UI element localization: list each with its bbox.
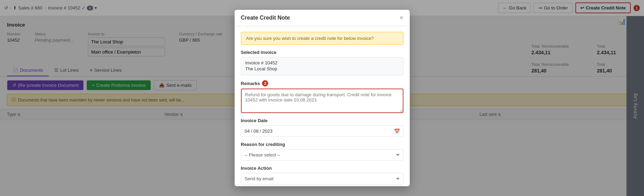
invoice-date-input[interactable] — [241, 125, 403, 137]
reason-section: Reason for crediting -- Please select --… — [241, 142, 403, 161]
invoice-action-select[interactable]: Send by email Mark as sent None — [241, 173, 403, 184]
date-input-wrap: 📅 — [241, 125, 403, 137]
modal-title: Create Credit Note — [241, 15, 290, 21]
invoice-date-section: Invoice Date 📅 — [241, 118, 403, 137]
modal-overlay: Create Credit Note × Are you sure you wi… — [0, 0, 644, 196]
alert-warning: Are you sure you wish to create a credit… — [241, 32, 403, 45]
remarks-section: Remarks 2 — [241, 80, 403, 113]
modal-close-button[interactable]: × — [400, 15, 403, 21]
remarks-label: Remarks 2 — [241, 80, 403, 86]
reason-label: Reason for crediting — [241, 142, 403, 147]
modal-header: Create Credit Note × — [235, 10, 410, 26]
modal-create-credit-note: Create Credit Note × Are you sure you wi… — [235, 10, 410, 186]
remarks-step-badge: 2 — [262, 80, 268, 86]
invoice-action-label: Invoice Action — [241, 166, 403, 171]
modal-body: Are you sure you wish to create a credit… — [235, 26, 410, 186]
invoice-date-label: Invoice Date — [241, 118, 403, 123]
selected-invoice-box: Invoice # 10452 The Local Shop — [241, 57, 403, 75]
reason-select[interactable]: -- Please select -- Duplicate Fraudulent… — [241, 149, 403, 161]
selected-invoice-section: Selected Invoice Invoice # 10452 The Loc… — [241, 50, 403, 75]
remarks-textarea[interactable] — [241, 89, 403, 113]
selected-invoice-label: Selected Invoice — [241, 50, 403, 55]
invoice-action-section: Invoice Action Send by email Mark as sen… — [241, 166, 403, 184]
